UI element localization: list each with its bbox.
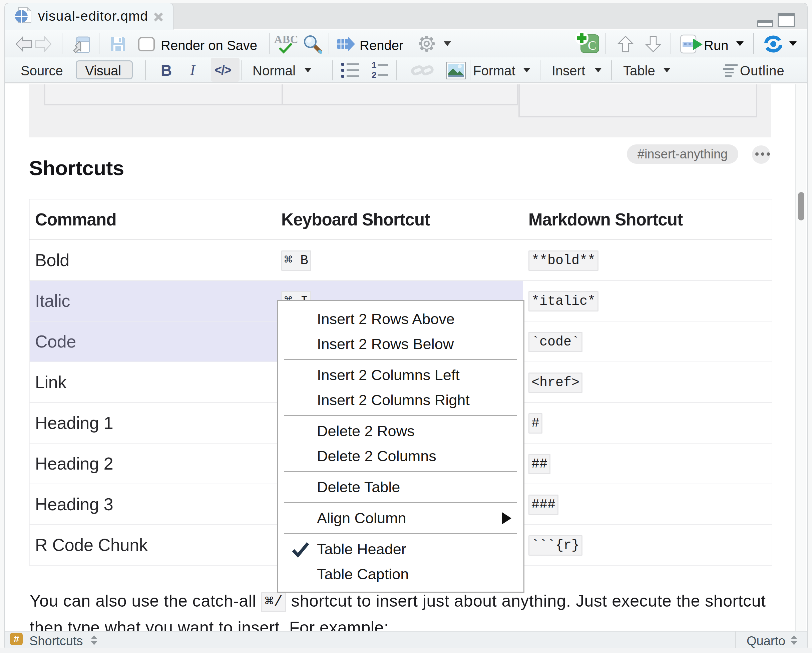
svg-text:2: 2 [372,70,376,79]
svg-text:1: 1 [372,61,376,70]
